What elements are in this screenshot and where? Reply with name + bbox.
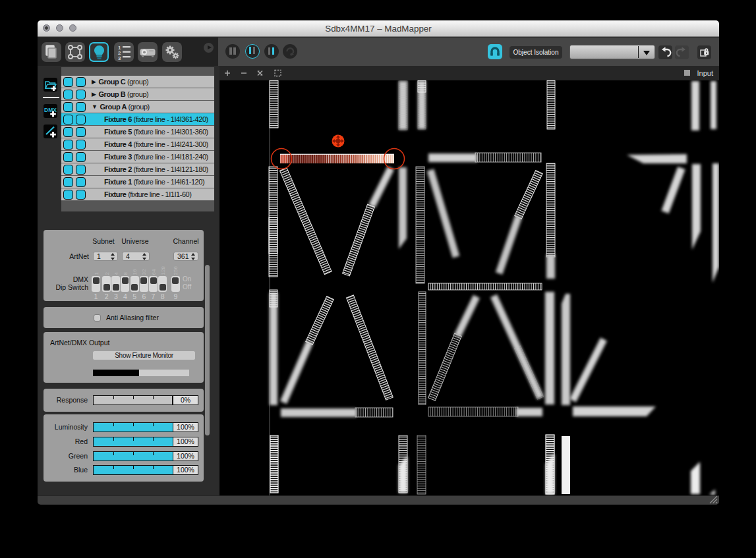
svg-text:3: 3 xyxy=(118,55,121,61)
svg-text:DMX: DMX xyxy=(44,107,57,113)
